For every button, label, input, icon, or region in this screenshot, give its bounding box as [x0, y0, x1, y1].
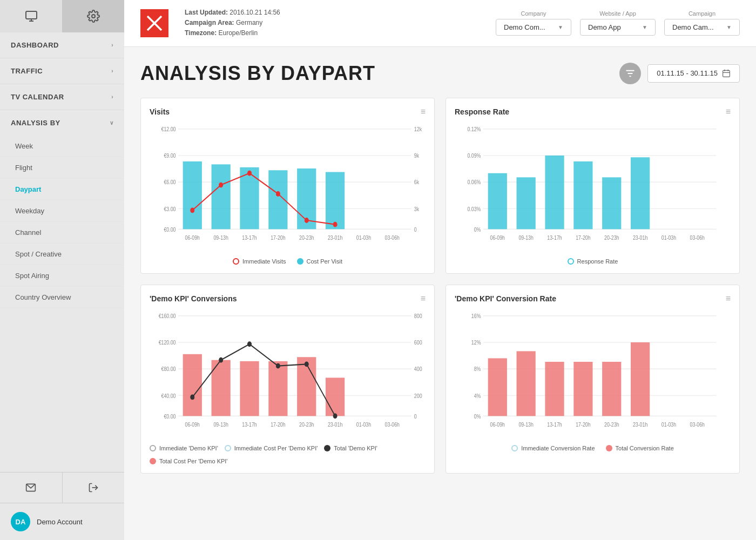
app-dropdown-group: Website / App Demo App ▼	[580, 10, 656, 36]
legend-dot-immediate-conversion-rate	[511, 445, 518, 451]
caret-icon: ▼	[642, 24, 647, 30]
sidebar-subitem-country-overview[interactable]: Country Overview	[0, 287, 124, 308]
company-dropdown[interactable]: Demo Com... ▼	[496, 19, 571, 36]
svg-text:6k: 6k	[414, 179, 419, 185]
chevron-right-icon: ›	[111, 42, 113, 48]
sidebar-subitem-channel[interactable]: Channel	[0, 222, 124, 244]
campaign-dropdown-group: Campaign Demo Cam... ▼	[664, 10, 740, 36]
svg-text:9k: 9k	[414, 152, 419, 159]
svg-text:€40.00: €40.00	[161, 392, 176, 399]
svg-text:20-23h: 20-23h	[604, 421, 619, 428]
chevron-down-icon: ∨	[110, 120, 114, 126]
svg-text:01-03h: 01-03h	[356, 234, 371, 241]
campaign-dropdown-label: Campaign	[664, 10, 740, 17]
svg-text:03-06h: 03-06h	[385, 234, 400, 241]
response-rate-chart-header: Response Rate ≡	[455, 107, 731, 117]
sidebar-subitem-daypart[interactable]: Daypart	[0, 179, 124, 200]
svg-text:13-17h: 13-17h	[547, 421, 562, 428]
chart-grid: Visits ≡ €12.00 €9.00 €6.00	[140, 98, 740, 474]
svg-text:20-23h: 20-23h	[299, 421, 314, 428]
sidebar-subitem-weekday[interactable]: Weekday	[0, 200, 124, 222]
page-header: Analysis By Daypart 01.11.15 - 30.11.15	[140, 62, 740, 85]
header: Last Updated: 2016.10.21 14:56 Campaign …	[124, 0, 756, 47]
visits-chart-area: €12.00 €9.00 €6.00 €3.00 €0.00 12k 9k 6k…	[150, 123, 426, 253]
logo	[140, 9, 168, 37]
svg-rect-60	[517, 177, 536, 229]
page-header-right: 01.11.15 - 30.11.15	[619, 63, 740, 84]
response-rate-chart-menu[interactable]: ≡	[726, 107, 731, 117]
svg-point-96	[247, 341, 251, 346]
svg-rect-61	[545, 156, 564, 229]
svg-text:23-01h: 23-01h	[633, 234, 647, 241]
sidebar-icon-bar	[0, 0, 124, 32]
sidebar-subitem-spot-airing[interactable]: Spot Airing	[0, 265, 124, 287]
monitor-icon-btn[interactable]	[0, 0, 62, 32]
conversions-chart-menu[interactable]: ≡	[421, 294, 426, 303]
calendar-icon	[722, 69, 731, 78]
svg-text:09-13h: 09-13h	[213, 234, 228, 241]
svg-text:06-09h: 06-09h	[185, 234, 200, 241]
visits-chart-svg: €12.00 €9.00 €6.00 €3.00 €0.00 12k 9k 6k…	[150, 123, 426, 253]
app-dropdown-label: Website / App	[580, 10, 656, 17]
date-range-picker[interactable]: 01.11.15 - 30.11.15	[647, 64, 740, 83]
svg-text:0%: 0%	[474, 413, 481, 419]
svg-text:01-03h: 01-03h	[662, 234, 676, 241]
svg-text:03-06h: 03-06h	[385, 421, 400, 428]
svg-rect-91	[268, 361, 287, 415]
svg-text:€120.00: €120.00	[159, 339, 176, 346]
settings-icon-btn[interactable]	[62, 0, 124, 32]
mail-button[interactable]	[0, 473, 63, 503]
svg-text:8%: 8%	[474, 366, 481, 372]
conversion-rate-chart-svg: 16% 12% 8% 4% 0% 06-09h	[455, 310, 731, 440]
logout-button[interactable]	[63, 473, 125, 503]
sidebar-item-analysis-by[interactable]: Analysis By ∨	[0, 110, 124, 136]
campaign-dropdown[interactable]: Demo Cam... ▼	[664, 19, 740, 36]
sidebar-item-tv-calendar[interactable]: TV Calendar ›	[0, 84, 124, 110]
svg-rect-62	[573, 161, 592, 228]
svg-rect-122	[602, 362, 621, 416]
user-area: DA Demo Account	[0, 503, 124, 540]
legend-cost-per-visit: Cost Per Visit	[297, 258, 342, 265]
sidebar-subitem-flight[interactable]: Flight	[0, 157, 124, 179]
svg-rect-30	[212, 164, 231, 229]
svg-rect-121	[573, 362, 592, 416]
legend-immediate-conversion-rate: Immediate Conversion Rate	[511, 445, 595, 451]
legend-dot-cost-per-visit	[297, 258, 303, 265]
legend-total-cost-kpi: Total Cost Per 'Demo KPI'	[150, 458, 227, 464]
svg-text:09-13h: 09-13h	[213, 421, 228, 428]
svg-text:12%: 12%	[471, 339, 481, 346]
conversions-chart-card: 'Demo KPI' Conversions ≡ €160.00 €120.00	[140, 285, 435, 474]
sidebar-subitem-spot-creative[interactable]: Spot / Creative	[0, 244, 124, 265]
svg-text:€160.00: €160.00	[159, 313, 176, 319]
legend-immediate-cost-kpi: Immediate Cost Per 'Demo KPI'	[225, 445, 318, 451]
sidebar-navigation: Dashboard › Traffic › TV Calendar › Anal…	[0, 32, 124, 472]
svg-line-9	[154, 23, 161, 30]
visits-chart-menu[interactable]: ≡	[421, 107, 426, 117]
avatar: DA	[11, 512, 30, 531]
sidebar-subitem-week[interactable]: Week	[0, 136, 124, 157]
svg-text:13-17h: 13-17h	[242, 234, 256, 241]
svg-text:17-20h: 17-20h	[271, 421, 285, 428]
conversion-rate-chart-card: 'Demo KPI' Conversion Rate ≡ 16% 12%	[446, 285, 740, 474]
sidebar-item-traffic[interactable]: Traffic ›	[0, 58, 124, 84]
svg-point-37	[247, 171, 251, 176]
sidebar-item-dashboard[interactable]: Dashboard ›	[0, 32, 124, 58]
svg-text:03-06h: 03-06h	[690, 421, 705, 428]
legend-total-conversion-rate: Total Conversion Rate	[606, 445, 674, 451]
svg-text:23-01h: 23-01h	[633, 421, 647, 428]
conversions-chart-svg: €160.00 €120.00 €80.00 €40.00 €0.00 800 …	[150, 310, 426, 440]
conversion-rate-chart-menu[interactable]: ≡	[726, 294, 731, 303]
page-title: Analysis By Daypart	[140, 62, 375, 85]
svg-text:€6.00: €6.00	[164, 179, 176, 185]
svg-text:20-23h: 20-23h	[604, 234, 619, 241]
svg-text:20-23h: 20-23h	[299, 234, 314, 241]
svg-point-40	[333, 222, 337, 227]
filter-button[interactable]	[619, 63, 641, 84]
svg-rect-31	[240, 167, 259, 229]
svg-text:800: 800	[414, 313, 422, 319]
svg-text:17-20h: 17-20h	[576, 234, 590, 241]
app-dropdown[interactable]: Demo App ▼	[580, 19, 656, 36]
svg-text:0: 0	[414, 226, 417, 232]
svg-line-8	[147, 23, 154, 30]
response-rate-chart-svg: 0.12% 0.09% 0.06% 0.03% 0% 06-09h	[455, 123, 731, 253]
